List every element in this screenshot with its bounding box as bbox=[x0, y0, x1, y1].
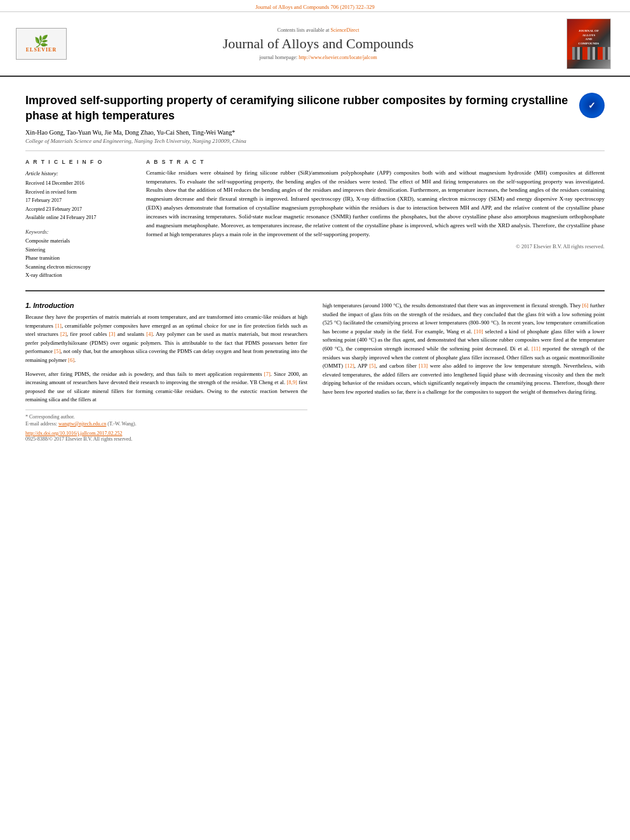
footnote-section: * Corresponding author. E-mail address: … bbox=[25, 410, 307, 427]
article-info-column: A R T I C L E I N F O Article history: R… bbox=[25, 159, 133, 280]
copyright-line: © 2017 Elsevier B.V. All rights reserved… bbox=[146, 243, 605, 250]
body-content: 1. Introduction Because they have the pr… bbox=[25, 294, 605, 442]
keyword-5: X-ray diffraction bbox=[25, 271, 133, 280]
intro-paragraph-1: Because they have the properties of matr… bbox=[25, 313, 307, 365]
ref-1: [1] bbox=[55, 323, 62, 329]
article-info-abstract: A R T I C L E I N F O Article history: R… bbox=[25, 151, 605, 288]
article-info-header: A R T I C L E I N F O bbox=[25, 159, 133, 165]
elsevier-tree-icon: 🌿 bbox=[34, 36, 48, 47]
doi-link[interactable]: http://dx.doi.org/10.1016/j.jallcom.2017… bbox=[25, 430, 123, 436]
cover-bar-graphic bbox=[567, 47, 610, 60]
ref-8-9: [8,9] bbox=[287, 379, 297, 385]
crossmark-badge: ✓ bbox=[579, 93, 605, 118]
article-title-section: Improved self-supporting property of cer… bbox=[25, 83, 605, 151]
ref-11: [11] bbox=[532, 345, 540, 352]
footnote-email-line: E-mail address: wangtw@njtech.edu.cn (T.… bbox=[25, 421, 307, 427]
ref-6: [6] bbox=[68, 357, 74, 363]
journal-title: Journal of Alloys and Compounds bbox=[76, 36, 560, 52]
sciencedirect-prefix: Contents lists available at bbox=[278, 27, 330, 33]
authors-text: Xin-Hao Gong, Tao-Yuan Wu, Jie Ma, Dong … bbox=[25, 129, 235, 136]
elsevier-logo: 🌿 ELSEVIER bbox=[16, 28, 67, 60]
abstract-column: A B S T R A C T Ceramic-like residues we… bbox=[146, 159, 605, 280]
cover-image: JOURNAL OFALLOYSANDCOMPOUNDS bbox=[566, 18, 611, 69]
email-suffix: (T.-W. Wang). bbox=[107, 421, 136, 427]
homepage-line: journal homepage: http://www.elsevier.co… bbox=[76, 55, 560, 60]
corresponding-label: * Corresponding author. bbox=[25, 414, 75, 420]
issn-line: 0925-8388/© 2017 Elsevier B.V. All right… bbox=[25, 436, 307, 442]
section-divider bbox=[25, 290, 605, 291]
homepage-label: journal homepage: bbox=[259, 55, 297, 60]
sciencedirect-link[interactable]: ScienceDirect bbox=[331, 27, 359, 33]
revised-label: Received in revised form bbox=[25, 189, 77, 195]
keyword-2: Sintering bbox=[25, 246, 133, 255]
email-link[interactable]: wangtw@njtech.edu.cn bbox=[58, 421, 106, 427]
revised-date: 17 February 2017 bbox=[25, 197, 62, 203]
journal-header-center: Contents lists available at ScienceDirec… bbox=[76, 27, 560, 60]
body-col-left: 1. Introduction Because they have the pr… bbox=[25, 302, 307, 442]
crossmark-icon: ✓ bbox=[588, 100, 596, 111]
journal-citation: Journal of Alloys and Compounds 706 (201… bbox=[255, 4, 375, 10]
ref-4: [4] bbox=[146, 331, 152, 337]
intro-paragraph-3: high temperatures (around 1000 °C), the … bbox=[323, 302, 605, 397]
section-1-title: 1. Introduction bbox=[25, 302, 307, 309]
article-title-text: Improved self-supporting property of cer… bbox=[25, 93, 573, 144]
ref-5: [5] bbox=[54, 348, 60, 354]
main-content: Improved self-supporting property of cer… bbox=[0, 77, 630, 448]
abstract-header: A B S T R A C T bbox=[146, 159, 605, 165]
ref-12: [12] bbox=[345, 363, 354, 369]
section-number: 1. bbox=[25, 302, 31, 309]
ref-6b: [6] bbox=[582, 302, 589, 309]
keywords-label: Keywords: bbox=[25, 229, 133, 235]
section-title-text: Introduction bbox=[33, 302, 74, 309]
keyword-3: Phase transition bbox=[25, 254, 133, 263]
journal-header: 🌿 ELSEVIER Contents lists available at S… bbox=[0, 12, 630, 77]
article-affiliation: College of Materials Science and Enginee… bbox=[25, 138, 573, 144]
footnote-corresponding: * Corresponding author. bbox=[25, 414, 307, 420]
keyword-1: Composite materials bbox=[25, 237, 133, 246]
accepted-date: Accepted 23 February 2017 bbox=[25, 206, 82, 212]
ref-13: [13] bbox=[419, 363, 427, 369]
doi-line: http://dx.doi.org/10.1016/j.jallcom.2017… bbox=[25, 430, 307, 436]
journal-top-bar: Journal of Alloys and Compounds 706 (201… bbox=[0, 0, 630, 12]
homepage-link[interactable]: http://www.elsevier.com/locate/jalcom bbox=[298, 55, 377, 60]
available-date: Available online 24 February 2017 bbox=[25, 215, 96, 220]
ref-2: [2] bbox=[60, 331, 67, 337]
sciencedirect-line: Contents lists available at ScienceDirec… bbox=[76, 27, 560, 33]
article-authors: Xin-Hao Gong, Tao-Yuan Wu, Jie Ma, Dong … bbox=[25, 129, 573, 136]
received-date: Received 14 December 2016 bbox=[25, 180, 84, 186]
article-history: Article history: Received 14 December 20… bbox=[25, 169, 133, 222]
ref-5b: [5] bbox=[370, 363, 376, 369]
keyword-4: Scanning electron microscopy bbox=[25, 263, 133, 272]
article-title: Improved self-supporting property of cer… bbox=[25, 93, 573, 124]
elsevier-wordmark: ELSEVIER bbox=[26, 47, 57, 53]
elsevier-logo-section: 🌿 ELSEVIER bbox=[13, 28, 70, 60]
body-col-right: high temperatures (around 1000 °C), the … bbox=[323, 302, 605, 442]
ref-3: [3] bbox=[109, 331, 116, 337]
cover-title: JOURNAL OFALLOYSANDCOMPOUNDS bbox=[577, 28, 601, 47]
history-label: Article history: bbox=[25, 169, 133, 178]
intro-paragraph-2: However, after firing PDMS, the residue … bbox=[25, 370, 307, 404]
abstract-text: Ceramic-like residues were obtained by f… bbox=[146, 169, 605, 240]
page: Journal of Alloys and Compounds 706 (201… bbox=[0, 0, 630, 840]
ref-7: [7] bbox=[264, 371, 271, 377]
ref-10: [10] bbox=[474, 328, 483, 335]
keywords-section: Keywords: Composite materials Sintering … bbox=[25, 229, 133, 280]
email-label: E-mail address: bbox=[25, 421, 57, 427]
journal-cover: JOURNAL OFALLOYSANDCOMPOUNDS bbox=[566, 18, 617, 69]
